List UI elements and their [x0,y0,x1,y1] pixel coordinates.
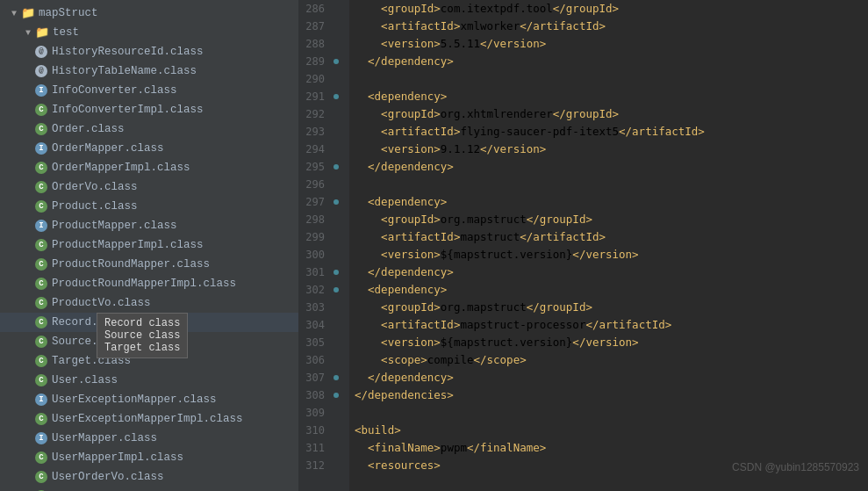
badge-c-ordermapperimpl: C [35,162,47,174]
code-line-293: <artifactId>flying-saucer-pdf-itext5</ar… [355,123,868,141]
code-line-294: <version>9.1.12</version> [355,141,868,158]
label-productroundmapper: ProductRoundMapper.class [52,258,210,271]
tree-item-usermapper[interactable]: I UserMapper.class [0,429,298,448]
line-numbers-column: 2862872882892902912922932942952962972982… [298,0,349,474]
label-ordermapper: OrderMapper.class [52,142,164,155]
badge-c-productroundmapper: C [35,258,47,271]
folder-icon-mapstruct: 📁 [21,6,35,20]
tree-item-user[interactable]: C User.class [0,371,298,390]
badge-c-userexceptionmapperimpl: C [35,413,47,425]
label-historytablename: HistoryTableName.class [52,65,197,77]
tree-item-infoconverter[interactable]: I InfoConverter.class [0,81,298,100]
folder-icon-test: 📁 [35,25,49,40]
badge-i-productmapper: I [35,220,47,232]
label-infoconverterimpl: InfoConverterImpl.class [52,104,204,116]
label-user: User.class [52,374,118,386]
tree-item-record[interactable]: C Record.class Record class Source class… [0,313,298,332]
tree-item-test[interactable]: ▼ 📁 test [0,23,298,42]
code-line-287: <artifactId>xmlworker</artifactId> [355,18,868,35]
code-line-292: <groupId>org.xhtmlrenderer</groupId> [355,105,868,123]
tree-item-mapstruct[interactable]: ▼ 📁 mapStruct [0,4,298,23]
csdn-watermark: CSDN @yubin1285570923 [732,461,859,473]
label-mapstruct: mapStruct [39,7,98,19]
label-userexceptionmapper: UserExceptionMapper.class [52,394,217,406]
badge-i-userexceptionmapper: I [35,394,47,406]
tree-item-uservalidator[interactable]: C UserValidator.class [0,487,298,491]
tree-item-order[interactable]: C Order.class [0,119,298,139]
tree-item-productroundmapperimpl[interactable]: C ProductRoundMapperImpl.class [0,274,298,293]
tree-item-userexceptionmapper[interactable]: I UserExceptionMapper.class [0,390,298,409]
arrow-mapstruct: ▼ [7,6,21,20]
label-productmapper: ProductMapper.class [52,220,177,232]
label-test: test [53,26,79,39]
badge-c-target: C [35,355,47,367]
label-source: Source.class [52,336,131,348]
label-order: Order.class [52,123,125,135]
code-line-310: <build> [355,422,868,439]
tree-item-userordervo[interactable]: C UserOrderVo.class [0,467,298,487]
code-line-309 [355,404,868,422]
tree-item-historytablename[interactable]: @ HistoryTableName.class [0,61,298,81]
tree-item-usermapperimpl[interactable]: C UserMapperImpl.class [0,448,298,467]
tree-item-productvo[interactable]: C ProductVo.class [0,293,298,313]
code-line-301: </dependency> [355,264,868,281]
code-line-290 [355,70,868,88]
badge-c-user: C [35,374,47,386]
label-usermapperimpl: UserMapperImpl.class [52,451,183,464]
badge-c-userordervo: C [35,471,47,483]
code-line-286: <groupId>com.itextpdf.tool</groupId> [355,0,868,18]
label-userordervo: UserOrderVo.class [52,471,164,483]
tree-item-ordermapper[interactable]: I OrderMapper.class [0,139,298,158]
badge-i-usermapper: I [35,432,47,444]
code-line-298: <groupId>org.mapstruct</groupId> [355,211,868,228]
label-record: Record.class [52,316,131,329]
badge-c-productmapperimpl: C [35,239,47,251]
label-productvo: ProductVo.class [52,297,151,309]
code-line-305: <version>${mapstruct.version}</version> [355,334,868,351]
tree-item-source[interactable]: C Source.class [0,332,298,351]
code-line-300: <version>${mapstruct.version}</version> [355,246,868,264]
code-line-289: </dependency> [355,53,868,70]
tree-item-infoconverterimpl[interactable]: C InfoConverterImpl.class [0,100,298,119]
code-line-297: <dependency> [355,193,868,211]
label-productroundmapperimpl: ProductRoundMapperImpl.class [52,278,236,290]
tree-item-ordervo[interactable]: C OrderVo.class [0,177,298,197]
tree-item-ordermapperimpl[interactable]: C OrderMapperImpl.class [0,158,298,177]
code-line-307: </dependency> [355,369,868,386]
badge-c-usermapperimpl: C [35,451,47,464]
badge-at-historytablename: @ [35,65,47,77]
code-line-306: <scope>compile</scope> [355,351,868,369]
file-tree-panel[interactable]: ▼ 📁 mapStruct ▼ 📁 test @ HistoryResource… [0,0,298,491]
label-historyresourceid: HistoryResourceId.class [52,46,204,58]
label-ordervo: OrderVo.class [52,181,138,193]
badge-c-productvo: C [35,297,47,309]
code-line-295: </dependency> [355,158,868,176]
badge-at-historyresourceid: @ [35,46,47,58]
code-line-291: <dependency> [355,88,868,105]
tree-item-productroundmapper[interactable]: C ProductRoundMapper.class [0,255,298,274]
code-line-304: <artifactId>mapstruct-processor</artifac… [355,316,868,334]
tree-item-productmapperimpl[interactable]: C ProductMapperImpl.class [0,235,298,255]
label-ordermapperimpl: OrderMapperImpl.class [52,162,190,174]
label-product: Product.class [52,200,138,213]
tree-item-userexceptionmapperimpl[interactable]: C UserExceptionMapperImpl.class [0,409,298,429]
arrow-test: ▼ [21,25,35,40]
tree-item-productmapper[interactable]: I ProductMapper.class [0,216,298,235]
badge-c-order: C [35,123,47,135]
tree-item-target[interactable]: C Target.class [0,351,298,371]
code-line-299: <artifactId>mapstruct</artifactId> [355,228,868,246]
code-line-302: <dependency> [355,281,868,299]
label-productmapperimpl: ProductMapperImpl.class [52,239,204,251]
code-line-303: <groupId>org.mapstruct</groupId> [355,299,868,316]
badge-i-ordermapper: I [35,142,47,155]
badge-c-productroundmapperimpl: C [35,278,47,290]
badge-c-product: C [35,200,47,213]
tree-item-historyresourceid[interactable]: @ HistoryResourceId.class [0,42,298,61]
badge-c-infoconverterimpl: C [35,104,47,116]
label-target: Target.class [52,355,131,367]
label-usermapper: UserMapper.class [52,432,157,444]
code-lines-column[interactable]: <groupId>com.itextpdf.tool</groupId> <ar… [349,0,868,491]
tree-item-product[interactable]: C Product.class [0,197,298,216]
label-userexceptionmapperimpl: UserExceptionMapperImpl.class [52,413,243,425]
label-infoconverter: InfoConverter.class [52,84,177,97]
